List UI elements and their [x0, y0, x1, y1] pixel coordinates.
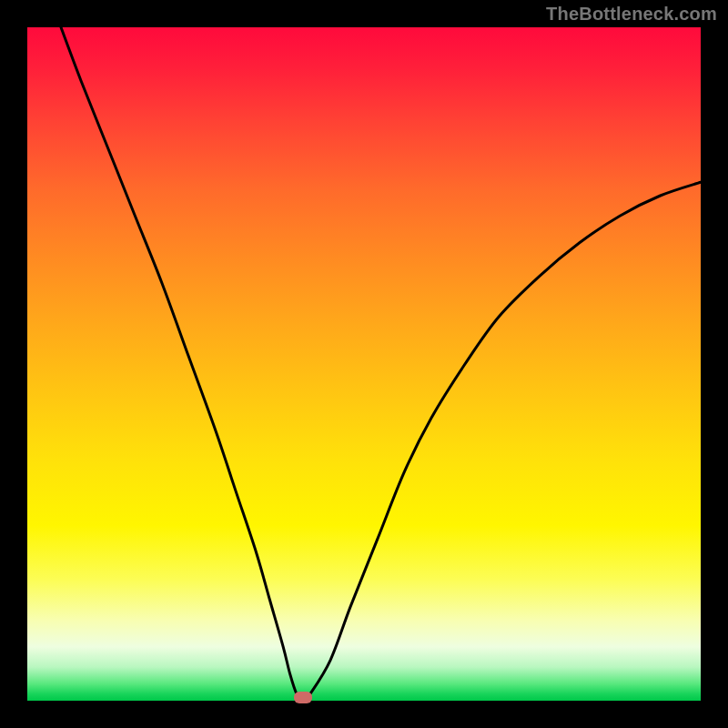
bottleneck-curve [27, 27, 701, 701]
optimal-marker [294, 692, 312, 703]
watermark-text: TheBottleneck.com [546, 4, 717, 25]
chart-frame: TheBottleneck.com [0, 0, 728, 728]
